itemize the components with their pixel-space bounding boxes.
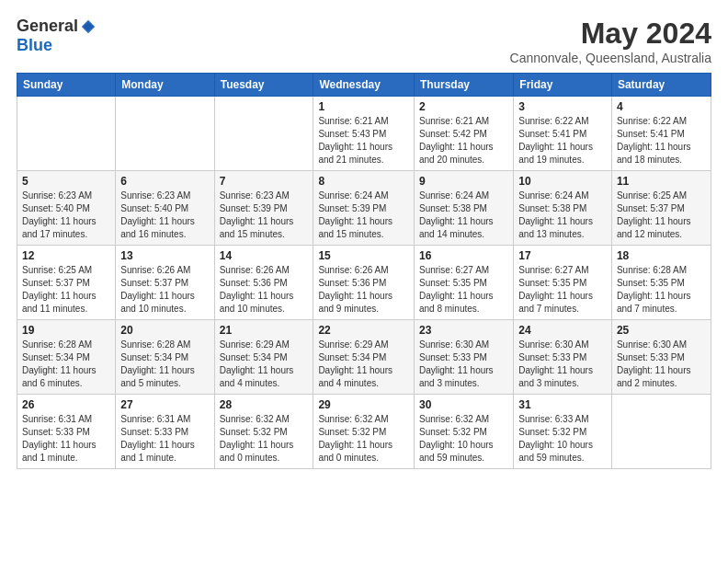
table-row: 26Sunrise: 6:31 AMSunset: 5:33 PMDayligh… (17, 395, 116, 469)
col-wednesday: Wednesday (313, 74, 415, 97)
day-number: 21 (220, 324, 309, 337)
col-monday: Monday (116, 74, 214, 97)
day-info: Sunrise: 6:23 AMSunset: 5:39 PMDaylight:… (220, 190, 309, 241)
title-block: May 2024 Cannonvale, Queensland, Austral… (510, 17, 711, 65)
calendar: Sunday Monday Tuesday Wednesday Thursday… (17, 73, 711, 469)
table-row: 14Sunrise: 6:26 AMSunset: 5:36 PMDayligh… (214, 246, 313, 320)
day-number: 30 (419, 398, 508, 411)
day-number: 13 (120, 249, 209, 262)
table-row: 19Sunrise: 6:28 AMSunset: 5:34 PMDayligh… (17, 320, 116, 395)
table-row: 10Sunrise: 6:24 AMSunset: 5:38 PMDayligh… (514, 171, 612, 246)
table-row: 20Sunrise: 6:28 AMSunset: 5:34 PMDayligh… (116, 320, 214, 395)
day-number: 29 (318, 398, 409, 411)
day-number: 10 (518, 175, 607, 188)
day-number: 4 (617, 100, 706, 113)
day-info: Sunrise: 6:31 AMSunset: 5:33 PMDaylight:… (22, 413, 110, 465)
table-row: 13Sunrise: 6:26 AMSunset: 5:37 PMDayligh… (116, 246, 214, 320)
table-row: 16Sunrise: 6:27 AMSunset: 5:35 PMDayligh… (414, 246, 513, 320)
table-row (116, 97, 214, 171)
table-row (17, 97, 116, 171)
table-row: 23Sunrise: 6:30 AMSunset: 5:33 PMDayligh… (414, 320, 513, 395)
day-info: Sunrise: 6:25 AMSunset: 5:37 PMDaylight:… (22, 264, 110, 316)
table-row: 29Sunrise: 6:32 AMSunset: 5:32 PMDayligh… (313, 395, 415, 469)
calendar-week-row: 12Sunrise: 6:25 AMSunset: 5:37 PMDayligh… (17, 246, 711, 320)
day-number: 28 (220, 398, 309, 411)
day-number: 23 (419, 324, 508, 337)
day-info: Sunrise: 6:32 AMSunset: 5:32 PMDaylight:… (318, 413, 409, 465)
table-row (214, 97, 313, 171)
day-number: 6 (120, 175, 209, 188)
calendar-header-row: Sunday Monday Tuesday Wednesday Thursday… (17, 74, 711, 97)
day-info: Sunrise: 6:24 AMSunset: 5:38 PMDaylight:… (518, 190, 607, 241)
day-number: 18 (617, 249, 706, 262)
table-row: 2Sunrise: 6:21 AMSunset: 5:42 PMDaylight… (414, 97, 513, 171)
day-info: Sunrise: 6:29 AMSunset: 5:34 PMDaylight:… (318, 339, 409, 390)
day-info: Sunrise: 6:21 AMSunset: 5:42 PMDaylight:… (419, 115, 508, 167)
calendar-week-row: 19Sunrise: 6:28 AMSunset: 5:34 PMDayligh… (17, 320, 711, 395)
day-number: 27 (120, 398, 209, 411)
day-info: Sunrise: 6:24 AMSunset: 5:38 PMDaylight:… (419, 190, 508, 241)
day-number: 5 (22, 175, 110, 188)
table-row: 22Sunrise: 6:29 AMSunset: 5:34 PMDayligh… (313, 320, 415, 395)
day-info: Sunrise: 6:29 AMSunset: 5:34 PMDaylight:… (220, 339, 309, 390)
day-info: Sunrise: 6:26 AMSunset: 5:37 PMDaylight:… (120, 264, 209, 316)
day-number: 7 (220, 175, 309, 188)
table-row: 28Sunrise: 6:32 AMSunset: 5:32 PMDayligh… (214, 395, 313, 469)
calendar-week-row: 26Sunrise: 6:31 AMSunset: 5:33 PMDayligh… (17, 395, 711, 469)
day-number: 24 (518, 324, 607, 337)
page: General Blue May 2024 Cannonvale, Queens… (0, 0, 728, 563)
table-row: 4Sunrise: 6:22 AMSunset: 5:41 PMDaylight… (611, 97, 711, 171)
day-number: 25 (617, 324, 706, 337)
day-info: Sunrise: 6:22 AMSunset: 5:41 PMDaylight:… (518, 115, 607, 167)
table-row (611, 395, 711, 469)
table-row: 7Sunrise: 6:23 AMSunset: 5:39 PMDaylight… (214, 171, 313, 246)
table-row: 25Sunrise: 6:30 AMSunset: 5:33 PMDayligh… (611, 320, 711, 395)
logo-general: General (17, 17, 78, 36)
col-sunday: Sunday (17, 74, 116, 97)
day-number: 15 (318, 249, 409, 262)
col-saturday: Saturday (611, 74, 711, 97)
subtitle: Cannonvale, Queensland, Australia (510, 51, 711, 65)
logo-icon (80, 18, 97, 35)
day-number: 9 (419, 175, 508, 188)
day-info: Sunrise: 6:28 AMSunset: 5:35 PMDaylight:… (617, 264, 706, 316)
day-info: Sunrise: 6:30 AMSunset: 5:33 PMDaylight:… (617, 339, 706, 390)
day-number: 22 (318, 324, 409, 337)
day-info: Sunrise: 6:28 AMSunset: 5:34 PMDaylight:… (22, 339, 110, 390)
day-info: Sunrise: 6:27 AMSunset: 5:35 PMDaylight:… (419, 264, 508, 316)
day-info: Sunrise: 6:32 AMSunset: 5:32 PMDaylight:… (419, 413, 508, 465)
day-info: Sunrise: 6:23 AMSunset: 5:40 PMDaylight:… (120, 190, 209, 241)
table-row: 24Sunrise: 6:30 AMSunset: 5:33 PMDayligh… (514, 320, 612, 395)
col-tuesday: Tuesday (214, 74, 313, 97)
day-number: 16 (419, 249, 508, 262)
table-row: 3Sunrise: 6:22 AMSunset: 5:41 PMDaylight… (514, 97, 612, 171)
table-row: 5Sunrise: 6:23 AMSunset: 5:40 PMDaylight… (17, 171, 116, 246)
day-info: Sunrise: 6:30 AMSunset: 5:33 PMDaylight:… (518, 339, 607, 390)
day-number: 11 (617, 175, 706, 188)
table-row: 6Sunrise: 6:23 AMSunset: 5:40 PMDaylight… (116, 171, 214, 246)
day-number: 14 (220, 249, 309, 262)
day-number: 26 (22, 398, 110, 411)
table-row: 27Sunrise: 6:31 AMSunset: 5:33 PMDayligh… (116, 395, 214, 469)
table-row: 31Sunrise: 6:33 AMSunset: 5:32 PMDayligh… (514, 395, 612, 469)
day-info: Sunrise: 6:22 AMSunset: 5:41 PMDaylight:… (617, 115, 706, 167)
day-info: Sunrise: 6:30 AMSunset: 5:33 PMDaylight:… (419, 339, 508, 390)
table-row: 18Sunrise: 6:28 AMSunset: 5:35 PMDayligh… (611, 246, 711, 320)
day-info: Sunrise: 6:28 AMSunset: 5:34 PMDaylight:… (120, 339, 209, 390)
table-row: 1Sunrise: 6:21 AMSunset: 5:43 PMDaylight… (313, 97, 415, 171)
day-info: Sunrise: 6:24 AMSunset: 5:39 PMDaylight:… (318, 190, 409, 241)
day-info: Sunrise: 6:32 AMSunset: 5:32 PMDaylight:… (220, 413, 309, 465)
table-row: 17Sunrise: 6:27 AMSunset: 5:35 PMDayligh… (514, 246, 612, 320)
day-number: 3 (518, 100, 607, 113)
day-info: Sunrise: 6:21 AMSunset: 5:43 PMDaylight:… (318, 115, 409, 167)
table-row: 9Sunrise: 6:24 AMSunset: 5:38 PMDaylight… (414, 171, 513, 246)
logo: General Blue (17, 17, 97, 55)
day-number: 20 (120, 324, 209, 337)
table-row: 11Sunrise: 6:25 AMSunset: 5:37 PMDayligh… (611, 171, 711, 246)
table-row: 8Sunrise: 6:24 AMSunset: 5:39 PMDaylight… (313, 171, 415, 246)
day-number: 19 (22, 324, 110, 337)
day-number: 8 (318, 175, 409, 188)
day-number: 17 (518, 249, 607, 262)
table-row: 15Sunrise: 6:26 AMSunset: 5:36 PMDayligh… (313, 246, 415, 320)
day-number: 12 (22, 249, 110, 262)
